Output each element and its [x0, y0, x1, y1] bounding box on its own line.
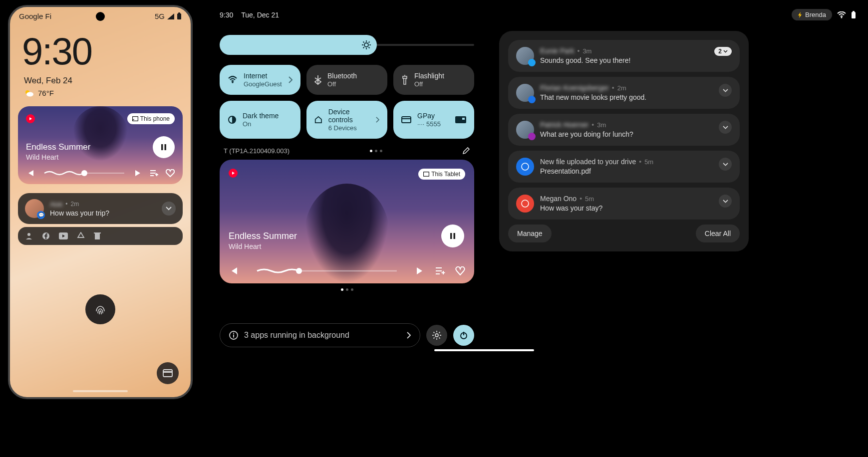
youtube-icon: [59, 232, 68, 239]
qs-tile-internet[interactable]: InternetGoogleGuest: [220, 65, 300, 95]
notif-time: 3m: [582, 47, 591, 55]
tile-sub: 6 Devices: [328, 124, 370, 132]
brightness-icon: [362, 40, 371, 49]
expand-button[interactable]: [719, 158, 732, 171]
notification-item[interactable]: Florian Koenigsberger•2mThat new movie l…: [508, 77, 740, 109]
card-chip-icon: [455, 116, 466, 123]
manage-button[interactable]: Manage: [508, 225, 552, 242]
nav-handle[interactable]: [434, 349, 534, 351]
qs-tile-bluetooth[interactable]: BluetoothOff: [306, 65, 387, 95]
network-label: 5G: [155, 12, 165, 20]
clear-all-button[interactable]: Clear All: [696, 225, 740, 242]
camera-notch: [96, 12, 105, 21]
favorite-icon[interactable]: [166, 169, 175, 177]
sender-name: Alok: [50, 201, 62, 208]
nav-handle[interactable]: [73, 390, 128, 392]
next-track-button[interactable]: [135, 170, 143, 177]
sender-name: Florian Koenigsberger: [540, 84, 609, 92]
cast-label: This phone: [140, 115, 170, 122]
media-card[interactable]: This phone Endless Summer Wild Heart: [18, 106, 183, 184]
prev-track-button[interactable]: [26, 170, 34, 177]
cast-icon: [132, 116, 138, 121]
bolt-icon: [798, 12, 803, 18]
drive-icon: [77, 232, 85, 240]
weather-widget[interactable]: 76°F: [10, 86, 191, 97]
svg-rect-17: [94, 232, 101, 233]
expand-button[interactable]: [162, 202, 176, 216]
notification-item[interactable]: New file uploaded to your drive•5mPresen…: [508, 151, 740, 183]
background-apps-pill[interactable]: 3 apps running in background: [220, 323, 420, 347]
chevron-right-icon: [407, 332, 411, 339]
notification-icon-row[interactable]: [18, 227, 183, 245]
cast-target-pill[interactable]: This Tablet: [418, 169, 465, 180]
qs-pager[interactable]: [370, 150, 382, 152]
notif-time: 5m: [644, 158, 653, 166]
lockscreen-date: Wed, Feb 24: [10, 73, 191, 86]
svg-line-30: [363, 47, 364, 48]
prev-track-button[interactable]: [229, 267, 238, 275]
svg-rect-40: [424, 172, 429, 177]
svg-rect-6: [165, 144, 167, 150]
cast-target-pill[interactable]: This phone: [127, 113, 175, 124]
count-badge[interactable]: 2: [714, 47, 732, 56]
power-button[interactable]: [453, 325, 474, 346]
svg-point-32: [232, 81, 234, 83]
qs-tile-device-controls[interactable]: Device controls6 Devices: [306, 101, 387, 139]
progress-slider[interactable]: [248, 267, 406, 274]
sun-cloud-icon: [24, 89, 34, 97]
fingerprint-button[interactable]: [85, 294, 115, 324]
notif-time: 2m: [617, 84, 626, 92]
notification-item[interactable]: Megan Ono•5mHow was your stay?: [508, 188, 740, 220]
notification-card[interactable]: 💬 Alok • 2m How was your trip?: [18, 193, 183, 224]
tablet-icon: [423, 172, 429, 177]
signal-icon: [167, 13, 175, 20]
quick-settings-panel: InternetGoogleGuest BluetoothOff Flashli…: [220, 35, 474, 291]
phone-lockscreen: Google Fi 5G 9:30 Wed, Feb 24 76°F This …: [8, 5, 193, 399]
user-pill[interactable]: Brenda: [792, 9, 832, 20]
dark-theme-icon: [228, 115, 237, 124]
pause-button[interactable]: [153, 136, 175, 158]
svg-rect-1: [178, 12, 180, 14]
queue-add-icon[interactable]: [435, 267, 445, 275]
brightness-slider[interactable]: [220, 35, 474, 55]
svg-rect-16: [95, 233, 100, 239]
tile-label: Bluetooth: [327, 72, 357, 80]
expand-button[interactable]: [719, 195, 732, 208]
svg-point-51: [233, 333, 234, 334]
qs-tile-dark-theme[interactable]: Dark themeOn: [220, 101, 300, 139]
qs-tile-flashlight[interactable]: FlashlightOff: [393, 65, 474, 95]
sender-name: Megan Ono: [540, 195, 577, 203]
notif-time: 3m: [597, 121, 606, 129]
chevron-right-icon: [289, 76, 292, 83]
svg-rect-0: [177, 13, 181, 19]
wallet-button[interactable]: [157, 362, 179, 384]
edit-icon[interactable]: [462, 147, 470, 155]
favorite-icon[interactable]: [455, 266, 465, 275]
notification-item[interactable]: Patrick Hoerner•3mWhat are you doing for…: [508, 114, 740, 146]
status-date: Tue, Dec 21: [241, 11, 279, 19]
progress-slider[interactable]: [41, 169, 128, 177]
youtube-music-icon: [229, 169, 238, 178]
next-track-button[interactable]: [416, 267, 425, 275]
chevron-right-icon: [376, 116, 379, 123]
apps-running-label: 3 apps running in background: [244, 331, 401, 340]
svg-line-29: [369, 47, 370, 48]
pause-button[interactable]: [441, 225, 464, 247]
media-card-large[interactable]: This Tablet Endless Summer Wild Heart: [220, 160, 474, 283]
expand-button[interactable]: [719, 84, 732, 97]
svg-rect-36: [402, 117, 411, 123]
avatar: 💬: [25, 199, 44, 218]
track-artist: Wild Heart: [229, 242, 297, 250]
queue-add-icon[interactable]: [150, 170, 159, 177]
qs-tile-gpay[interactable]: GPay···· 5555: [393, 101, 474, 139]
media-pager[interactable]: [220, 288, 474, 291]
svg-point-20: [841, 16, 843, 18]
bluetooth-icon: [314, 75, 321, 85]
svg-rect-39: [462, 118, 465, 120]
settings-button[interactable]: [426, 325, 447, 346]
expand-button[interactable]: [719, 121, 732, 134]
tile-sub: On: [243, 120, 279, 128]
svg-rect-18: [163, 370, 172, 377]
wifi-icon: [837, 11, 846, 18]
notification-item[interactable]: Eunie Park•3mSounds good. See you there!…: [508, 40, 740, 72]
